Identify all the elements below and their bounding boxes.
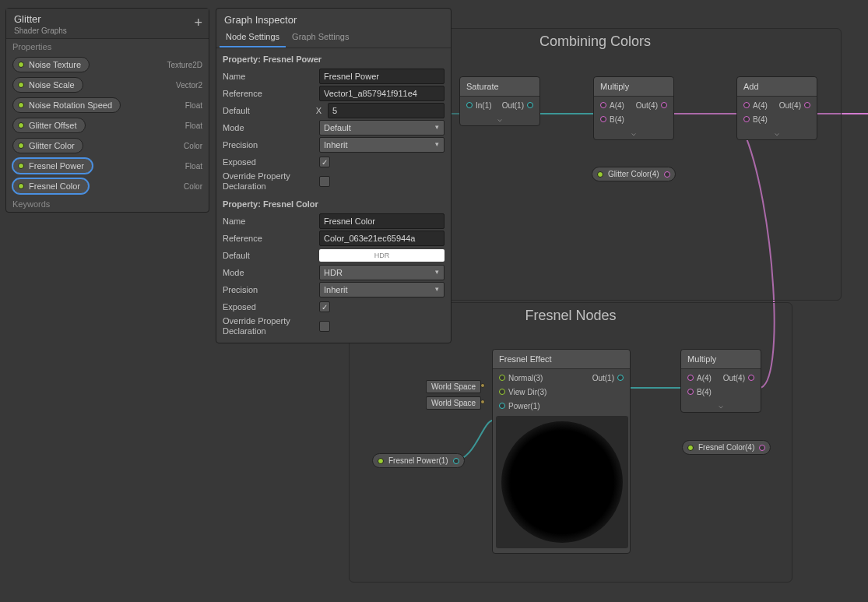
port-in-icon[interactable]	[499, 403, 505, 409]
pill-dot-icon	[18, 102, 24, 108]
property-heading: Property: Fresnel Color	[223, 199, 445, 209]
property-type: Color	[184, 142, 202, 150]
port-in-icon[interactable]	[687, 375, 694, 381]
name-input[interactable]	[319, 213, 445, 229]
node-chip-fresnel-color[interactable]: Fresnel Color(4)	[682, 440, 771, 455]
port-out-icon[interactable]	[748, 375, 754, 381]
property-type: Float	[185, 101, 202, 110]
default-x-input[interactable]	[328, 103, 445, 118]
port-out-icon[interactable]	[661, 102, 667, 108]
port-out-icon[interactable]	[804, 102, 810, 108]
property-heading: Property: Fresnel Power	[223, 55, 445, 64]
property-type: Float	[185, 121, 202, 130]
node-add[interactable]: Add A(4) Out(4) B(4) ⌵	[736, 76, 817, 140]
label-name: Name	[223, 72, 316, 81]
property-item[interactable]: Noise Texture Texture2D	[6, 55, 209, 75]
property-item[interactable]: Fresnel Power Float	[6, 156, 209, 176]
tab-node-settings[interactable]: Node Settings	[220, 27, 286, 48]
x-label: X	[313, 106, 325, 115]
pill-dot-icon	[18, 163, 24, 169]
node-title[interactable]: Multiply	[594, 77, 673, 97]
property-item[interactable]: Noise Rotation Speed Float	[6, 95, 209, 115]
port-out-icon[interactable]	[453, 458, 459, 464]
name-input[interactable]	[319, 69, 445, 84]
port-in-icon[interactable]	[600, 102, 606, 108]
blackboard-panel: Glitter Shader Graphs + Properties Noise…	[5, 8, 209, 213]
property-pill: Noise Rotation Speed	[12, 97, 121, 113]
property-pill: Glitter Offset	[12, 118, 86, 133]
node-fresnel-effect[interactable]: Fresnel Effect Normal(3) Out(1) View Dir…	[492, 349, 631, 554]
node-preview	[496, 416, 628, 548]
port-in-icon[interactable]	[687, 389, 694, 395]
node-title[interactable]: Multiply	[681, 350, 761, 369]
property-pill: Noise Texture	[12, 57, 90, 72]
node-chip-fresnel-power[interactable]: Fresnel Power(1)	[372, 453, 465, 468]
inspector-title: Graph Inspector	[216, 9, 451, 27]
port-in-icon[interactable]	[743, 116, 750, 122]
graph-inspector-panel: Graph Inspector Node Settings Graph Sett…	[216, 8, 452, 343]
port-out-icon[interactable]	[617, 375, 624, 381]
property-item[interactable]: Noise Scale Vector2	[6, 75, 209, 95]
node-title[interactable]: Saturate	[460, 77, 539, 97]
label-exposed: Exposed	[223, 302, 316, 312]
node-title[interactable]: Fresnel Effect	[493, 350, 630, 369]
port-in-icon[interactable]	[499, 375, 505, 381]
port-out-icon[interactable]	[759, 445, 765, 451]
preview-sphere	[501, 421, 623, 543]
port-in-icon[interactable]	[466, 102, 473, 108]
node-multiply[interactable]: Multiply A(4) Out(4) B(4) ⌵	[680, 349, 761, 413]
collapse-toggle[interactable]: ⌵	[737, 128, 817, 139]
port-in-icon[interactable]	[600, 116, 606, 122]
add-property-button[interactable]: +	[194, 15, 202, 31]
properties-section-label: Properties	[6, 39, 209, 55]
precision-select[interactable]: Inherit	[319, 137, 445, 153]
property-item[interactable]: Fresnel Color Color	[6, 176, 209, 196]
label-precision: Precision	[223, 140, 316, 150]
node-chip-glitter-color[interactable]: Glitter Color(4)	[592, 167, 676, 181]
exposed-checkbox[interactable]: ✓	[319, 157, 330, 167]
reference-input[interactable]	[319, 86, 445, 101]
pill-dot-icon	[18, 82, 24, 88]
label-reference: Reference	[223, 234, 316, 243]
port-in-icon[interactable]	[499, 389, 505, 395]
label-precision: Precision	[223, 285, 316, 294]
port-out-icon[interactable]	[664, 171, 670, 178]
tab-graph-settings[interactable]: Graph Settings	[286, 27, 355, 48]
label-mode: Mode	[223, 268, 316, 277]
blackboard-title: Glitter	[14, 13, 201, 25]
node-multiply[interactable]: Multiply A(4) Out(4) B(4) ⌵	[593, 76, 674, 140]
mode-select[interactable]: Default	[319, 120, 445, 136]
node-saturate[interactable]: Saturate In(1) Out(1) ⌵	[459, 76, 540, 126]
property-pill: Fresnel Color	[12, 178, 89, 194]
node-title[interactable]: Add	[737, 77, 817, 97]
pill-dot-icon	[18, 122, 24, 128]
collapse-toggle[interactable]: ⌵	[460, 114, 539, 125]
property-item[interactable]: Glitter Color Color	[6, 136, 209, 156]
reference-input[interactable]	[319, 231, 445, 246]
exposed-checkbox[interactable]: ✓	[319, 301, 330, 312]
label-default: Default	[223, 251, 316, 260]
precision-select[interactable]: Inherit	[319, 282, 445, 297]
port-in-icon[interactable]	[743, 102, 750, 108]
property-item[interactable]: Glitter Offset Float	[6, 115, 209, 136]
property-block-fresnel-power: Property: Fresnel Power Name Reference D…	[216, 48, 451, 198]
pill-dot-icon	[597, 171, 603, 178]
space-select-normal[interactable]: World Space	[426, 380, 481, 393]
override-checkbox[interactable]	[319, 176, 330, 187]
label-default: Default	[223, 106, 310, 115]
space-select-viewdir[interactable]: World Space	[426, 396, 481, 410]
hdr-color-swatch[interactable]: HDR	[319, 249, 445, 262]
property-pill: Noise Scale	[12, 77, 83, 93]
label-mode: Mode	[223, 123, 316, 132]
port-out-icon[interactable]	[527, 102, 533, 108]
collapse-toggle[interactable]: ⌵	[681, 400, 761, 412]
override-checkbox[interactable]	[319, 321, 330, 332]
mode-select[interactable]: HDR	[319, 265, 445, 280]
label-override: Override Property Declaration	[223, 316, 316, 336]
inspector-tabs: Node Settings Graph Settings	[216, 27, 451, 48]
property-pill: Fresnel Power	[12, 158, 93, 174]
property-type: Vector2	[176, 81, 202, 90]
collapse-toggle[interactable]: ⌵	[594, 128, 673, 139]
blackboard-subtitle: Shader Graphs	[14, 26, 201, 35]
blackboard-header: Glitter Shader Graphs +	[6, 9, 209, 39]
